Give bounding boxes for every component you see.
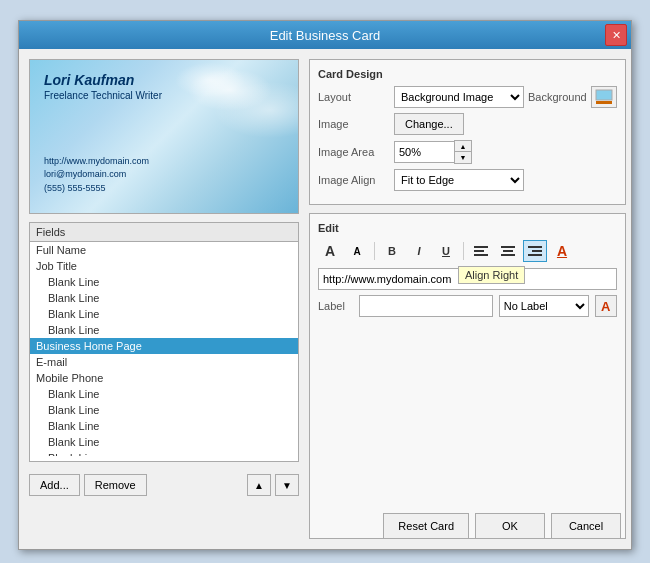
dialog-footer: Reset Card OK Cancel xyxy=(383,513,621,539)
list-item[interactable]: Blank Line xyxy=(30,386,298,402)
toolbar-separator-2 xyxy=(463,242,464,260)
ok-button[interactable]: OK xyxy=(475,513,545,539)
list-item[interactable]: Full Name xyxy=(30,242,298,258)
fields-buttons: Add... Remove ▲ ▼ xyxy=(29,474,299,496)
layout-select[interactable]: Background Image Text Only Image Left Im… xyxy=(394,86,524,108)
edit-title: Edit xyxy=(318,222,617,234)
align-right-button[interactable] xyxy=(523,240,547,262)
image-label: Image xyxy=(318,118,388,130)
background-label: Background xyxy=(528,91,587,103)
label-text: Label xyxy=(318,300,353,312)
layout-row: Layout Background Image Text Only Image … xyxy=(318,86,617,108)
list-item[interactable]: Blank Line xyxy=(30,306,298,322)
font-color-button[interactable]: A xyxy=(550,240,574,262)
list-item[interactable]: Blank Line xyxy=(30,274,298,290)
svg-rect-3 xyxy=(474,250,484,252)
image-row: Image Change... xyxy=(318,113,617,135)
list-item[interactable]: Mobile Phone xyxy=(30,370,298,386)
list-item[interactable]: Blank Line xyxy=(30,418,298,434)
card-design-title: Card Design xyxy=(318,68,617,80)
card-phone: (555) 555-5555 xyxy=(44,182,149,196)
image-align-row: Image Align Fit to Edge Stretch Tile xyxy=(318,169,617,191)
svg-rect-0 xyxy=(596,90,612,100)
bold-button[interactable]: B xyxy=(380,240,404,262)
image-align-label: Image Align xyxy=(318,174,388,186)
list-item[interactable]: Business Home Page xyxy=(30,338,298,354)
list-item[interactable]: Blank Line xyxy=(30,322,298,338)
increase-font-button[interactable]: A xyxy=(318,240,342,262)
image-align-select[interactable]: Fit to Edge Stretch Tile xyxy=(394,169,524,191)
svg-rect-5 xyxy=(501,246,515,248)
list-item[interactable]: Job Title xyxy=(30,258,298,274)
svg-rect-1 xyxy=(596,101,612,104)
fields-section: Fields Full NameJob TitleBlank LineBlank… xyxy=(29,222,299,462)
decrease-font-button[interactable]: A xyxy=(345,240,369,262)
add-field-button[interactable]: Add... xyxy=(29,474,80,496)
image-area-input[interactable] xyxy=(394,141,454,163)
card-email: lori@mydomain.com xyxy=(44,168,149,182)
card-name: Lori Kaufman xyxy=(44,72,134,88)
fields-list[interactable]: Full NameJob TitleBlank LineBlank LineBl… xyxy=(30,242,298,456)
list-item[interactable]: Blank Line xyxy=(30,402,298,418)
align-left-button[interactable] xyxy=(469,240,493,262)
list-item[interactable]: Blank Line xyxy=(30,434,298,450)
italic-button[interactable]: I xyxy=(407,240,431,262)
list-item[interactable]: Blank Line xyxy=(30,450,298,456)
svg-rect-6 xyxy=(503,250,513,252)
card-preview: Lori Kaufman Freelance Technical Writer … xyxy=(29,59,299,214)
remove-field-button[interactable]: Remove xyxy=(84,474,147,496)
card-job-title: Freelance Technical Writer xyxy=(44,90,162,101)
move-down-button[interactable]: ▼ xyxy=(275,474,299,496)
spinner-up-button[interactable]: ▲ xyxy=(455,141,471,152)
svg-rect-7 xyxy=(501,254,515,256)
dialog-title: Edit Business Card xyxy=(270,28,381,43)
list-item[interactable]: E-mail xyxy=(30,354,298,370)
edit-section: Edit A A B I U xyxy=(309,213,626,539)
edit-toolbar: A A B I U A xyxy=(318,240,617,262)
svg-rect-2 xyxy=(474,246,488,248)
change-image-button[interactable]: Change... xyxy=(394,113,464,135)
edit-business-card-dialog: Edit Business Card ✕ Lori Kaufman Freela… xyxy=(18,20,632,550)
close-button[interactable]: ✕ xyxy=(605,24,627,46)
card-design-section: Card Design Layout Background Image Text… xyxy=(309,59,626,205)
card-website: http://www.mydomain.com xyxy=(44,155,149,169)
move-up-button[interactable]: ▲ xyxy=(247,474,271,496)
card-contacts: http://www.mydomain.com lori@mydomain.co… xyxy=(44,155,149,196)
no-label-select[interactable]: No Label Custom Home Work xyxy=(499,295,589,317)
dialog-titlebar: Edit Business Card ✕ xyxy=(19,21,631,49)
spinner-down-button[interactable]: ▼ xyxy=(455,152,471,163)
image-area-row: Image Area ▲ ▼ xyxy=(318,140,617,164)
align-right-tooltip: Align Right xyxy=(458,266,525,284)
svg-rect-10 xyxy=(528,254,542,256)
label-color-button[interactable]: A xyxy=(595,295,617,317)
left-panel: Lori Kaufman Freelance Technical Writer … xyxy=(29,59,299,539)
background-color-button[interactable] xyxy=(591,86,617,108)
reset-card-button[interactable]: Reset Card xyxy=(383,513,469,539)
right-panel: Card Design Layout Background Image Text… xyxy=(309,59,626,539)
fields-header: Fields xyxy=(30,223,298,242)
layout-label: Layout xyxy=(318,91,388,103)
cancel-button[interactable]: Cancel xyxy=(551,513,621,539)
underline-button[interactable]: U xyxy=(434,240,458,262)
label-row: Label No Label Custom Home Work A xyxy=(318,295,617,317)
align-center-button[interactable] xyxy=(496,240,520,262)
image-area-label: Image Area xyxy=(318,146,388,158)
svg-rect-4 xyxy=(474,254,488,256)
list-item[interactable]: Blank Line xyxy=(30,290,298,306)
dialog-body: Lori Kaufman Freelance Technical Writer … xyxy=(19,49,631,549)
image-area-spinner[interactable]: ▲ ▼ xyxy=(394,140,472,164)
toolbar-separator-1 xyxy=(374,242,375,260)
label-input[interactable] xyxy=(359,295,493,317)
svg-rect-8 xyxy=(528,246,542,248)
svg-rect-9 xyxy=(532,250,542,252)
